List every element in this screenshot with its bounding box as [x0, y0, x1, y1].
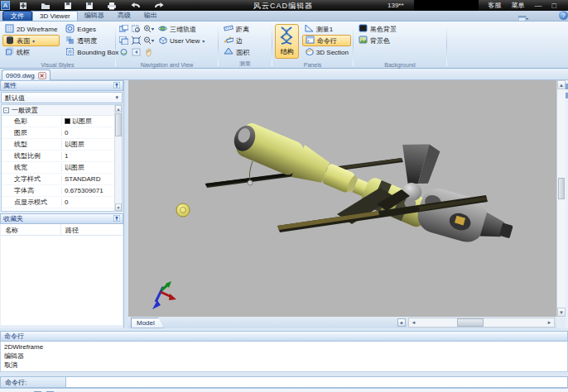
- property-row[interactable]: 线宽 以图层: [2, 162, 122, 174]
- command-history-line: 取消: [4, 361, 564, 370]
- property-row[interactable]: 色彩 以图层: [2, 116, 122, 127]
- chevron-down-icon: ▾: [115, 94, 118, 101]
- property-row[interactable]: 文字样式 STANDARD: [2, 174, 122, 185]
- horizontal-scrollbar[interactable]: ◄ ►: [408, 318, 555, 327]
- redo-icon[interactable]: [154, 2, 165, 10]
- layout-tab-bar: Model ◈ ◄ ►: [128, 317, 556, 328]
- scroll-down-icon[interactable]: ▼: [115, 203, 122, 211]
- save-icon[interactable]: [64, 2, 72, 10]
- surface-style-button[interactable]: 表面 ▾: [2, 35, 60, 46]
- property-grid-scrollbar[interactable]: ▲ ▼: [114, 105, 122, 211]
- property-preset-dropdown[interactable]: 默认值 ▾: [1, 92, 123, 103]
- favorites-list[interactable]: [1, 236, 123, 325]
- group-label-panels: Panels: [272, 62, 353, 68]
- property-group-row[interactable]: − 一般设置: [2, 105, 122, 116]
- tab-3d-viewer[interactable]: 3D Viewer: [32, 11, 78, 21]
- tab-advanced[interactable]: 高级: [111, 11, 137, 21]
- command-history[interactable]: 2DWireframe 编辑器 取消: [0, 342, 568, 372]
- orbit-3d-button[interactable]: 三维轨道: [156, 23, 199, 35]
- maximize-button[interactable]: □: [552, 2, 556, 10]
- collapse-icon[interactable]: −: [3, 108, 9, 113]
- help-icon[interactable]: ?: [559, 11, 568, 20]
- wireframe-icon: [5, 47, 14, 58]
- zoom-out-icon[interactable]: [143, 36, 154, 45]
- undo-icon[interactable]: [130, 2, 141, 10]
- scroll-up-icon[interactable]: ▲: [115, 105, 122, 112]
- command-line-panel-button[interactable]: 命令行: [302, 35, 351, 46]
- 3d-section-button[interactable]: 3D Section: [302, 46, 351, 58]
- print-icon[interactable]: [107, 2, 117, 10]
- favorites-column-headers: 名称 路径: [1, 224, 123, 236]
- pan-window-icon[interactable]: [118, 24, 129, 34]
- user-view-icon: [158, 36, 167, 46]
- ribbon-group-measure: 距离 边 面积 测量: [219, 22, 272, 68]
- scroll-down-icon[interactable]: ▼: [557, 308, 566, 317]
- wireframe-button[interactable]: 线框: [2, 46, 60, 58]
- support-button[interactable]: 客服: [489, 1, 502, 10]
- measure-edge-button[interactable]: 边: [221, 35, 270, 46]
- zoom-in-icon[interactable]: [143, 24, 154, 34]
- open-folder-icon[interactable]: [41, 2, 51, 10]
- scrollbar-thumb[interactable]: [457, 318, 484, 327]
- wireframe-2d-icon: [5, 24, 14, 35]
- property-row[interactable]: 线型比例 1: [2, 151, 122, 162]
- save-as-icon[interactable]: [85, 2, 94, 10]
- pan-hand-icon[interactable]: [143, 47, 154, 57]
- pin-icon[interactable]: [113, 215, 120, 223]
- bounding-box-button[interactable]: Bounding Box: [63, 46, 121, 58]
- command-history-line: 2DWireframe: [4, 342, 564, 351]
- status-bar: 0909.dwg 39.42195; 10.14254; -12.01224: [0, 388, 568, 392]
- tab-output[interactable]: 输出: [137, 11, 164, 21]
- property-row[interactable]: 字体高 0.675309071: [2, 185, 122, 197]
- menu-button[interactable]: 菜单: [512, 1, 525, 10]
- transparency-button[interactable]: 透明度: [63, 35, 121, 46]
- favorites-col-name[interactable]: 名称: [1, 224, 61, 235]
- tab-model[interactable]: Model: [131, 318, 164, 328]
- zoom-window-icon[interactable]: [131, 24, 142, 34]
- black-background-button[interactable]: 黑色背景: [356, 23, 445, 35]
- property-row[interactable]: 点显示模式 0: [2, 197, 122, 208]
- scroll-up-icon[interactable]: ▲: [557, 80, 566, 89]
- tab-editor[interactable]: 编辑器: [78, 11, 111, 21]
- measure1-panel-button[interactable]: 测量1: [302, 23, 351, 35]
- tab-file[interactable]: 文件: [2, 11, 32, 21]
- ribbon: 2D Wireframe 表面 ▾ 线框 Edges: [0, 21, 568, 69]
- minimize-button[interactable]: —: [535, 2, 542, 10]
- user-view-button[interactable]: User View ▾: [156, 35, 207, 46]
- ribbon-group-panels: 结构 测量1 命令行 3D Section: [272, 22, 353, 68]
- command-input[interactable]: [66, 376, 568, 388]
- zoom-extents-icon[interactable]: [131, 36, 142, 45]
- measure-area-button[interactable]: 面积: [221, 46, 270, 58]
- ribbon-group-visual-styles: 2D Wireframe 表面 ▾ 线框 Edges: [0, 22, 115, 68]
- previous-view-icon[interactable]: [131, 47, 142, 57]
- edges-button[interactable]: Edges: [63, 23, 121, 35]
- property-row[interactable]: 图层 0: [2, 127, 122, 139]
- group-label-visual-styles: Visual Styles: [0, 62, 115, 68]
- scrollbar-thumb[interactable]: [558, 178, 565, 199]
- vertical-scrollbar[interactable]: ▲ ▼: [556, 80, 566, 317]
- favorites-col-path[interactable]: 路径: [61, 224, 79, 235]
- new-file-icon[interactable]: [19, 2, 27, 10]
- scroll-left-icon[interactable]: ◄: [409, 318, 418, 327]
- 2d-wireframe-button[interactable]: 2D Wireframe: [2, 23, 60, 35]
- structure-panel-button[interactable]: 结构: [275, 24, 299, 59]
- measure-distance-button[interactable]: 距离: [221, 23, 270, 35]
- close-icon[interactable]: ✕: [38, 72, 46, 79]
- pin-icon[interactable]: [113, 82, 120, 90]
- document-tab[interactable]: 0909.dwg ✕: [2, 69, 51, 80]
- layout-tabs-menu-button[interactable]: ◈: [397, 318, 406, 327]
- group-label-background: Background: [354, 62, 446, 68]
- property-row[interactable]: 线型 以图层: [2, 139, 122, 151]
- scroll-right-icon[interactable]: ►: [545, 318, 554, 327]
- area-icon: [224, 47, 233, 57]
- orbit-constrained-icon[interactable]: [118, 47, 129, 57]
- background-color-button[interactable]: 背景色: [356, 35, 445, 46]
- group-label-navigation: Navigation and View: [116, 62, 218, 68]
- command-window-icon: [306, 36, 315, 45]
- cad-editor-window: A 风云CAD编辑器 139** 客服 菜单 — □ 文件 3D Viewer …: [0, 0, 568, 392]
- 3d-viewport[interactable]: [128, 80, 556, 317]
- dna-structure-icon: [278, 26, 295, 46]
- edges-icon: [65, 24, 75, 35]
- group-label-measure: 测量: [219, 60, 272, 68]
- view-cascade-icon[interactable]: [118, 36, 129, 45]
